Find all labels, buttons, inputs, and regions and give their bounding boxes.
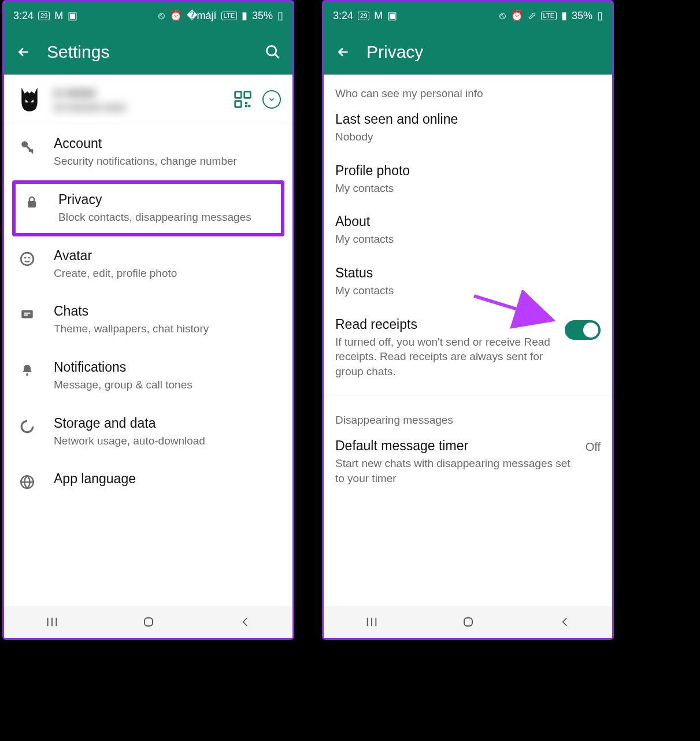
nav-back[interactable] bbox=[559, 616, 571, 628]
battery-save-icon: ⎋ bbox=[158, 10, 165, 22]
item-title: Read receipts bbox=[335, 317, 555, 332]
lte-icon: LTE bbox=[221, 12, 237, 20]
wifi-icon: �májí bbox=[187, 9, 217, 22]
item-subtitle: If turned off, you won't send or receive… bbox=[335, 335, 555, 379]
privacy-content: Who can see my personal info Last seen a… bbox=[324, 75, 612, 606]
item-subtitle: Start new chats with disappearing messag… bbox=[335, 456, 576, 486]
back-button[interactable] bbox=[332, 40, 355, 64]
settings-item-account[interactable]: Account Security notifications, change n… bbox=[4, 124, 292, 180]
svg-point-10 bbox=[24, 257, 26, 258]
section-personal-info: Who can see my personal info bbox=[324, 75, 612, 103]
battery-icon: ▯ bbox=[277, 9, 283, 22]
lte-icon: LTE bbox=[541, 12, 557, 20]
settings-item-notifications[interactable]: Notifications Message, group & call tone… bbox=[4, 348, 292, 404]
svg-point-14 bbox=[21, 421, 33, 432]
item-title: Storage and data bbox=[54, 416, 281, 431]
item-subtitle: Theme, wallpapers, chat history bbox=[54, 321, 281, 336]
alarm-icon: ⏰ bbox=[169, 9, 182, 22]
svg-point-11 bbox=[28, 257, 30, 258]
globe-icon bbox=[16, 471, 39, 490]
settings-item-storage[interactable]: Storage and data Network usage, auto-dow… bbox=[4, 404, 292, 460]
appbar-privacy: Privacy bbox=[324, 29, 612, 75]
qr-code-button[interactable] bbox=[234, 90, 252, 109]
appbar-settings: Settings bbox=[4, 29, 292, 75]
item-subtitle: Block contacts, disappearing messages bbox=[58, 210, 276, 225]
lock-icon bbox=[20, 192, 43, 209]
svg-rect-8 bbox=[28, 201, 36, 208]
phone-privacy: 3:24 29 M ▣ ⎋ ⏰ ⬀ LTE ▮ 35% ▯ Privacy Wh… bbox=[322, 0, 614, 640]
bell-icon bbox=[16, 360, 39, 377]
item-title: About bbox=[335, 214, 601, 229]
svg-point-0 bbox=[267, 46, 276, 55]
avatar-icon bbox=[16, 248, 39, 266]
signal-icon: ▮ bbox=[561, 9, 567, 22]
item-title: Account bbox=[54, 136, 281, 151]
status-date-badge: 29 bbox=[38, 12, 50, 20]
key-icon bbox=[16, 136, 39, 154]
item-title: Chats bbox=[54, 303, 281, 319]
avatar bbox=[16, 86, 43, 113]
privacy-item-profile-photo[interactable]: Profile photo My contacts bbox=[324, 155, 612, 206]
search-button[interactable] bbox=[261, 40, 284, 64]
wifi-icon: ⬀ bbox=[528, 9, 536, 22]
item-subtitle: Nobody bbox=[335, 129, 601, 145]
svg-point-9 bbox=[21, 253, 34, 265]
svg-rect-3 bbox=[235, 101, 242, 107]
default-timer-value: Off bbox=[586, 438, 601, 454]
item-title: Notifications bbox=[54, 360, 281, 375]
back-button[interactable] bbox=[12, 40, 35, 64]
nav-back[interactable] bbox=[239, 616, 251, 628]
item-title: Last seen and online bbox=[335, 112, 601, 127]
profile-text: ■ ■■■■ ■■ ■■■■■■ ■■■■ bbox=[54, 85, 223, 113]
item-subtitle: Message, group & call tones bbox=[54, 377, 281, 392]
settings-item-language[interactable]: App language bbox=[4, 460, 292, 492]
item-subtitle: Network usage, auto-download bbox=[54, 434, 281, 449]
nav-home[interactable] bbox=[461, 615, 475, 629]
signal-icon: ▮ bbox=[242, 9, 247, 22]
item-subtitle: Create, edit, profile photo bbox=[54, 266, 281, 281]
settings-item-privacy[interactable]: Privacy Block contacts, disappearing mes… bbox=[12, 180, 284, 236]
privacy-item-read-receipts[interactable]: Read receipts If turned off, you won't s… bbox=[324, 309, 612, 390]
chat-icon bbox=[16, 303, 39, 322]
nav-bar bbox=[4, 606, 292, 638]
profile-name: ■ ■■■■ bbox=[54, 85, 223, 102]
item-title: Default message timer bbox=[335, 438, 576, 454]
data-usage-icon bbox=[16, 416, 39, 434]
nav-home[interactable] bbox=[142, 615, 155, 629]
svg-point-13 bbox=[26, 373, 28, 376]
read-receipts-toggle[interactable] bbox=[565, 320, 601, 340]
nav-recents[interactable] bbox=[46, 616, 58, 628]
item-subtitle: My contacts bbox=[335, 181, 601, 196]
divider bbox=[324, 395, 612, 395]
nav-recents[interactable] bbox=[365, 616, 378, 628]
battery-percent: 35% bbox=[572, 10, 592, 22]
gmail-icon: M bbox=[374, 10, 383, 22]
item-subtitle: My contacts bbox=[335, 283, 601, 298]
item-title: Privacy bbox=[58, 192, 276, 208]
privacy-item-status[interactable]: Status My contacts bbox=[324, 257, 612, 309]
image-icon: ▣ bbox=[68, 9, 77, 22]
item-title: App language bbox=[54, 471, 281, 487]
settings-item-chats[interactable]: Chats Theme, wallpapers, chat history bbox=[4, 292, 292, 348]
image-icon: ▣ bbox=[387, 9, 397, 22]
svg-rect-12 bbox=[21, 310, 33, 318]
privacy-item-default-timer[interactable]: Default message timer Start new chats wi… bbox=[324, 430, 612, 496]
gmail-icon: M bbox=[54, 10, 63, 22]
profile-row[interactable]: ■ ■■■■ ■■ ■■■■■■ ■■■■ bbox=[4, 75, 292, 124]
item-title: Profile photo bbox=[335, 163, 601, 179]
settings-item-avatar[interactable]: Avatar Create, edit, profile photo bbox=[4, 236, 292, 292]
svg-rect-4 bbox=[245, 102, 247, 104]
item-title: Status bbox=[335, 265, 601, 281]
svg-rect-17 bbox=[464, 618, 472, 626]
privacy-item-about[interactable]: About My contacts bbox=[324, 206, 612, 257]
expand-button[interactable] bbox=[262, 90, 281, 109]
profile-sub: ■■ ■■■■■■ ■■■■ bbox=[54, 102, 223, 114]
svg-rect-2 bbox=[245, 91, 251, 98]
status-time: 3:24 bbox=[333, 10, 353, 22]
status-time: 3:24 bbox=[13, 10, 34, 22]
svg-rect-16 bbox=[145, 618, 153, 626]
settings-content: ■ ■■■■ ■■ ■■■■■■ ■■■■ Account Security n… bbox=[4, 75, 292, 606]
appbar-title: Settings bbox=[47, 42, 250, 62]
appbar-title: Privacy bbox=[366, 42, 604, 62]
privacy-item-last-seen[interactable]: Last seen and online Nobody bbox=[324, 103, 612, 155]
